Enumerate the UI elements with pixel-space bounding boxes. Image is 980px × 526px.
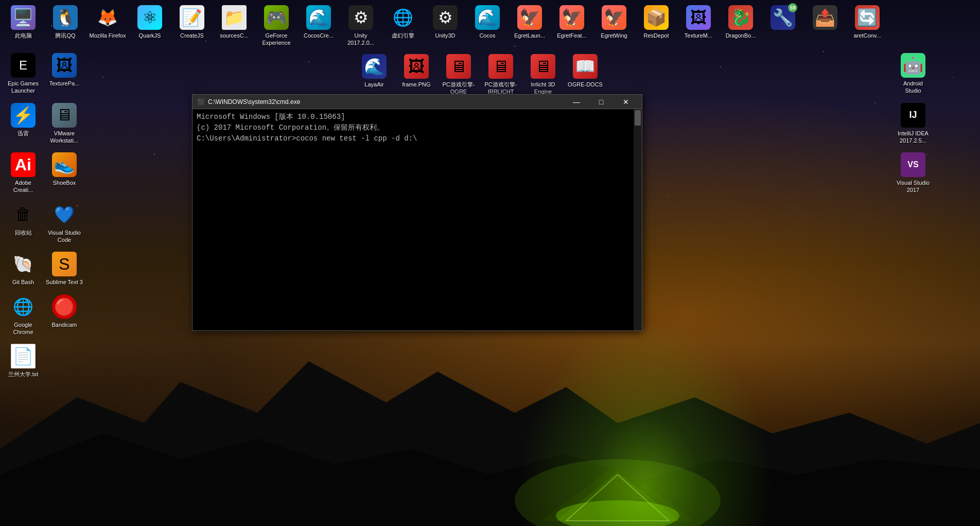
desktop-icon-upload[interactable]: 📤 xyxy=(804,3,846,34)
quark-label: QuarkJS xyxy=(139,32,161,39)
desktop-icon-framepng[interactable]: 🖼 frame.PNG xyxy=(396,51,437,98)
desktop-icon-unity3d[interactable]: ⚙ Unity3D xyxy=(425,3,466,42)
desktop-icon-bandicam[interactable]: 🔴 Bandicam xyxy=(44,290,85,340)
cmd-line-1: Microsoft Windows [版本 10.0.15063] xyxy=(197,112,627,122)
desktop-icon-egreting[interactable]: 🦅 EgretWing xyxy=(593,3,635,42)
egret-launch-label: EgretLaun... xyxy=(514,32,545,39)
epic-icon: E xyxy=(11,53,36,78)
geforce-icon: 🎮 xyxy=(264,5,289,30)
desktop-icon-chrome2[interactable]: 🌐 Google Chrome xyxy=(3,290,44,340)
create-label: CreateJS xyxy=(180,32,204,39)
desktop-icon-txt[interactable]: 📄 兰州大学.txt xyxy=(3,340,44,382)
desktop-icon-dragon[interactable]: 🐉 DragonBo... xyxy=(720,3,761,42)
desktop-icon-vs2017[interactable]: VS Visual Studio 2017 xyxy=(892,148,934,198)
cmd-content: Microsoft Windows [版本 10.0.15063] (c) 20… xyxy=(192,109,642,330)
desktop-icon-create[interactable]: 📝 CreateJS xyxy=(171,3,213,42)
desktop-icon-computer[interactable]: 🖥️ 此电脑 xyxy=(3,3,44,42)
desktop-icon-epic[interactable]: E Epic Games Launcher xyxy=(3,49,44,99)
desktop-icon-cocos[interactable]: 🌊 CocosCre... xyxy=(298,3,339,42)
desktop-icon-aretconv[interactable]: 🔄 aretConv... xyxy=(847,3,888,42)
intellij-label: IntelliJ IDEA 2017.2.5... xyxy=(895,130,932,145)
desktop-icon-adobe[interactable]: Ai Adobe Creati... xyxy=(3,148,44,198)
unity3d-label: Unity3D xyxy=(435,32,455,39)
layaair-icon: 🌊 xyxy=(362,54,387,79)
vs2017-label: Visual Studio 2017 xyxy=(895,179,932,194)
desktop-icon-irrlicht3d[interactable]: 🖥 Irrlicht 3D Engine xyxy=(522,51,564,98)
cmd-title-left: ⬛ C:\WINDOWS\system32\cmd.exe xyxy=(197,98,300,106)
egret-launch-icon: 🦅 xyxy=(517,5,542,30)
desktop-icon-pcirrlicht[interactable]: 🖥 PC游戏引擎-IRRLICHT xyxy=(480,51,521,98)
desktop-icon-firefox[interactable]: 🦊 Mozilla Firefox xyxy=(87,3,128,42)
quark-icon: ⚛ xyxy=(137,5,162,30)
desktop-icon-quark[interactable]: ⚛ QuarkJS xyxy=(129,3,170,42)
tent-glow xyxy=(517,320,774,526)
framepng-icon: 🖼 xyxy=(404,54,429,79)
dragon-label: DragonBo... xyxy=(726,32,756,39)
desktop-icon-recycle[interactable]: 🗑 回收站 xyxy=(3,198,44,248)
cocos-label: CocosCre... xyxy=(304,32,334,39)
desktop-icon-egret-launch[interactable]: 🦅 EgretLaun... xyxy=(509,3,550,42)
desktop-icon-layaair[interactable]: 🌊 LayaAir xyxy=(354,51,395,98)
cmd-controls: — □ ✕ xyxy=(565,95,638,109)
desktop-icon-intellij[interactable]: IJ IntelliJ IDEA 2017.2.5... xyxy=(892,99,934,149)
epic-label: Epic Games Launcher xyxy=(5,80,42,95)
desktop-icon-shoebox[interactable]: 👟 ShoeBox xyxy=(44,148,85,198)
android-icon: 🤖 xyxy=(901,53,925,78)
shoebox-icon: 👟 xyxy=(52,152,77,177)
left-column-icons: E Epic Games Launcher 🖼 TexturePa... ⚡ 迅… xyxy=(0,49,90,382)
cmd-minimize-button[interactable]: — xyxy=(565,95,588,109)
chrome2-icon: 🌐 xyxy=(11,294,36,319)
desktop-icon-pcogre[interactable]: 🖥 PC游戏引擎-OGRE xyxy=(438,51,479,98)
adobe-label: Adobe Creati... xyxy=(5,179,42,194)
cmd-titlebar[interactable]: ⬛ C:\WINDOWS\system32\cmd.exe — □ ✕ xyxy=(192,95,642,109)
desktop-icon-egret-feat[interactable]: 🦅 EgretFeat... xyxy=(551,3,592,42)
desktop-icon-unity[interactable]: ⚙ Unity 2017.2.0... xyxy=(340,3,381,49)
desktop-icon-sources[interactable]: 📁 sourcesC... xyxy=(214,3,255,42)
vscode-icon: 💙 xyxy=(52,202,77,227)
desktop-icon-android[interactable]: 🤖 Android Studio xyxy=(892,49,934,99)
pcirrlicht-label: PC游戏引擎-IRRLICHT xyxy=(481,81,520,96)
egreting-icon: 🦅 xyxy=(602,5,626,30)
computer-icon: 🖥️ xyxy=(11,5,36,30)
desktop-icon-vmware[interactable]: 🖥 VMware Workstati... xyxy=(44,99,85,149)
desktop-icon-thunder[interactable]: ⚡ 迅雷 xyxy=(3,99,44,149)
desktop-icon-tencent[interactable]: 🐧 腾讯QQ xyxy=(45,3,86,42)
desktop-icon-resdepot[interactable]: 📦 ResDepot xyxy=(636,3,677,42)
cocos-icon: 🌊 xyxy=(306,5,331,30)
computer-label: 此电脑 xyxy=(15,32,32,39)
desktop-icon-cocos2[interactable]: 🌊 Cocos xyxy=(467,3,508,42)
cmd-title-text: C:\WINDOWS\system32\cmd.exe xyxy=(208,98,300,106)
cmd-maximize-button[interactable]: □ xyxy=(589,95,613,109)
top-icons-row: 🖥️ 此电脑 🐧 腾讯QQ 🦊 Mozilla Firefox ⚛ QuarkJ… xyxy=(0,0,980,49)
desktop-icon-sublime[interactable]: S Sublime Text 3 xyxy=(44,248,85,290)
vmware-icon: 🖥 xyxy=(52,103,77,128)
pcogre-icon: 🖥 xyxy=(446,54,471,79)
left-row-1: E Epic Games Launcher 🖼 TexturePa... xyxy=(3,49,87,99)
vmware-label: VMware Workstati... xyxy=(46,130,83,145)
cmd-close-button[interactable]: ✕ xyxy=(614,95,638,109)
recycle-icon: 🗑 xyxy=(11,202,36,227)
pcogre-label: PC游戏引擎-OGRE xyxy=(439,81,478,96)
txt-label: 兰州大学.txt xyxy=(8,371,39,378)
chrome2-label: Google Chrome xyxy=(5,321,42,336)
desktop-icon-gitbash[interactable]: 🐚 Git Bash xyxy=(3,248,44,290)
recycle-label: 回收站 xyxy=(15,229,32,236)
desktop-icon-vscode[interactable]: 💙 Visual Studio Code xyxy=(44,198,85,248)
cocos2-icon: 🌊 xyxy=(475,5,500,30)
texturepa-label: TexturePa... xyxy=(49,80,80,87)
egret-feat-icon: 🦅 xyxy=(559,5,584,30)
desktop-icon-tool-badge[interactable]: 🔧 59 xyxy=(762,3,803,34)
geforce-label: GeForce Experience xyxy=(257,32,296,47)
dragon-icon: 🐉 xyxy=(728,5,753,30)
cmd-scrollbar[interactable] xyxy=(634,109,642,330)
desktop-icon-ogredocs[interactable]: 📖 OGRE-DOCS xyxy=(565,51,606,98)
desktop-icon-geforce[interactable]: 🎮 GeForce Experience xyxy=(256,3,297,49)
desktop-icon-texture[interactable]: 🖼 TextureM... xyxy=(678,3,719,42)
shoebox-label: ShoeBox xyxy=(53,179,76,186)
tencent-label: 腾讯QQ xyxy=(55,32,75,39)
desktop-icon-unreal[interactable]: 🌐 虚幻引擎 xyxy=(382,3,424,42)
create-icon: 📝 xyxy=(180,5,204,30)
left-row-4: 🗑 回收站 💙 Visual Studio Code xyxy=(3,198,87,248)
cmd-text-area: Microsoft Windows [版本 10.0.15063] (c) 20… xyxy=(197,112,638,328)
desktop-icon-texturepa[interactable]: 🖼 TexturePa... xyxy=(44,49,85,99)
